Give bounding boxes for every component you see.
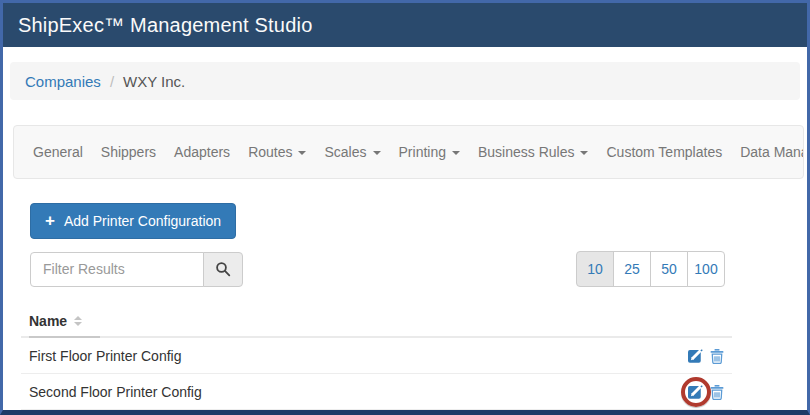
tab-custom-templates[interactable]: Custom Templates [597,144,731,160]
page-size-25[interactable]: 25 [613,251,651,287]
page-size-10[interactable]: 10 [576,251,614,287]
page-size-50[interactable]: 50 [650,251,688,287]
row-actions [688,384,724,400]
edit-icon [688,384,703,399]
delete-button[interactable] [710,348,724,364]
page-size-group: 10 25 50 100 [576,251,725,287]
breadcrumb-link-companies[interactable]: Companies [25,73,101,90]
app-window: ShipExec™ Management Studio Companies / … [0,0,810,415]
main-content: Companies / WXY Inc. General Shippers Ad… [3,62,807,410]
add-button-label: Add Printer Configuration [64,213,221,229]
tab-data-management[interactable]: Data Management [731,144,804,160]
breadcrumb: Companies / WXY Inc. [10,62,800,100]
tab-shippers[interactable]: Shippers [92,144,165,160]
tab-routes[interactable]: Routes [239,144,315,160]
edit-button[interactable] [688,384,703,399]
row-name: First Floor Printer Config [29,348,181,364]
tab-business-rules[interactable]: Business Rules [469,144,598,160]
tab-label: Shippers [101,144,156,160]
tab-label: Scales [324,144,366,160]
chevron-down-icon [298,151,306,155]
search-icon [215,261,231,277]
filter-results-input[interactable] [30,252,204,287]
chevron-down-icon [580,151,588,155]
tab-label: Data Management [740,144,804,160]
tab-label: Custom Templates [606,144,722,160]
tab-adapters[interactable]: Adapters [165,144,239,160]
add-printer-configuration-button[interactable]: + Add Printer Configuration [30,203,236,239]
sort-icon [74,316,82,326]
column-header-name[interactable]: Name [29,307,100,338]
trash-icon [710,384,724,400]
app-title: ShipExec™ Management Studio [18,14,312,37]
table-row: Second Floor Printer Config [21,374,732,410]
tab-general[interactable]: General [24,144,92,160]
tab-label: General [33,144,83,160]
nav-tabs: General Shippers Adapters Routes Scales … [13,125,804,179]
plus-icon: + [45,212,55,229]
row-actions [688,348,724,364]
table-row: First Floor Printer Config [21,338,732,374]
chevron-down-icon [373,151,381,155]
tab-label: Adapters [174,144,230,160]
tab-label: Printing [399,144,446,160]
breadcrumb-current: WXY Inc. [123,73,185,90]
tab-label: Business Rules [478,144,575,160]
chevron-down-icon [452,151,460,155]
app-header: ShipExec™ Management Studio [3,3,807,47]
tab-label: Routes [248,144,292,160]
tab-printing[interactable]: Printing [390,144,469,160]
delete-button[interactable] [710,384,724,400]
printer-config-table: Name First Floor Printer Config [21,307,732,410]
filter-toolbar: 10 25 50 100 [30,251,725,287]
page-size-100[interactable]: 100 [687,251,725,287]
column-label: Name [29,314,67,328]
edit-button[interactable] [688,348,703,363]
edit-icon [688,348,703,363]
trash-icon [710,348,724,364]
row-name: Second Floor Printer Config [29,384,202,400]
search-button[interactable] [203,252,243,287]
breadcrumb-separator: / [110,73,114,90]
tab-scales[interactable]: Scales [315,144,389,160]
table-header: Name [21,307,732,338]
